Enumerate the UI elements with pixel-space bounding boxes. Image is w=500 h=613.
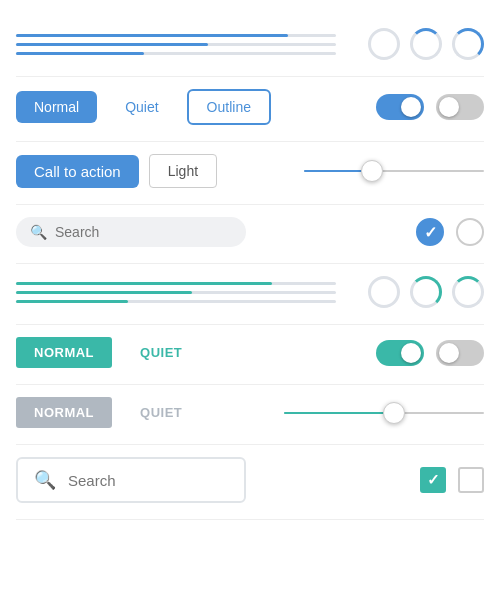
ring-teal-quarter — [410, 276, 442, 308]
teal-fill-2 — [16, 291, 192, 294]
outline-button[interactable]: Outline — [187, 89, 271, 125]
toggle-on-teal[interactable] — [376, 340, 424, 366]
teal-ring-group — [368, 276, 484, 308]
section-cta-slider: Call to action Light — [16, 142, 484, 205]
search-icon: 🔍 — [30, 224, 47, 240]
section-search-teal: 🔍 — [16, 445, 484, 520]
section-teal-tracks — [16, 264, 484, 325]
normal-button[interactable]: Normal — [16, 91, 97, 123]
teal-track-2 — [16, 291, 336, 294]
blue-track-1 — [16, 34, 336, 37]
teal-button-group: NORMAL QUIET — [16, 337, 200, 368]
checkbox-checked-teal[interactable] — [420, 467, 446, 493]
blue-fill-1 — [16, 34, 288, 37]
teal-fill-3 — [16, 300, 128, 303]
toggle-on-blue[interactable] — [376, 94, 424, 120]
search-input-teal[interactable] — [68, 472, 228, 489]
toggle-group-teal — [376, 340, 484, 366]
toggle-group-1 — [376, 94, 484, 120]
teal-slider[interactable] — [284, 412, 484, 414]
teal-slider-track — [284, 412, 484, 414]
checkbox-group-teal — [420, 467, 484, 493]
gray-normal-button[interactable]: NORMAL — [16, 397, 112, 428]
section-blue-tracks — [16, 16, 484, 77]
ring-empty-1 — [368, 28, 400, 60]
section-button-variants: Normal Quiet Outline — [16, 77, 484, 142]
section-gray-buttons-slider: NORMAL QUIET — [16, 385, 484, 445]
button-group-1: Normal Quiet Outline — [16, 89, 271, 125]
blue-track-group — [16, 34, 336, 55]
teal-slider-thumb[interactable] — [383, 402, 405, 424]
checkbox-group-blue — [416, 218, 484, 246]
teal-track-1 — [16, 282, 336, 285]
teal-fill-1 — [16, 282, 272, 285]
ring-blue-half — [452, 28, 484, 60]
blue-track-2 — [16, 43, 336, 46]
section-search-blue: 🔍 — [16, 205, 484, 264]
blue-slider[interactable] — [304, 170, 484, 172]
checkbox-checked-blue[interactable] — [416, 218, 444, 246]
blue-track-3 — [16, 52, 336, 55]
toggle-off-blue[interactable] — [436, 94, 484, 120]
blue-ring-group — [368, 28, 484, 60]
ring-empty-2 — [368, 276, 400, 308]
checkbox-unchecked-teal[interactable] — [458, 467, 484, 493]
search-icon-teal: 🔍 — [34, 469, 56, 491]
ring-teal-half — [452, 276, 484, 308]
toggle-off-teal[interactable] — [436, 340, 484, 366]
ring-blue-partial — [410, 28, 442, 60]
blue-slider-thumb[interactable] — [361, 160, 383, 182]
blue-fill-2 — [16, 43, 208, 46]
teal-quiet-button[interactable]: QUIET — [122, 337, 200, 368]
quiet-button[interactable]: Quiet — [107, 91, 176, 123]
gray-button-group: NORMAL QUIET — [16, 397, 200, 428]
checkbox-unchecked-blue[interactable] — [456, 218, 484, 246]
search-box-teal[interactable]: 🔍 — [16, 457, 246, 503]
search-input-blue[interactable] — [55, 224, 232, 240]
teal-slider-fill — [284, 412, 394, 414]
light-button[interactable]: Light — [149, 154, 217, 188]
blue-fill-3 — [16, 52, 144, 55]
cta-button[interactable]: Call to action — [16, 155, 139, 188]
cta-light-group: Call to action Light — [16, 154, 217, 188]
teal-normal-button[interactable]: NORMAL — [16, 337, 112, 368]
blue-slider-track — [304, 170, 484, 172]
teal-track-3 — [16, 300, 336, 303]
gray-quiet-button[interactable]: QUIET — [122, 397, 200, 428]
search-box-blue[interactable]: 🔍 — [16, 217, 246, 247]
section-teal-buttons: NORMAL QUIET — [16, 325, 484, 385]
teal-track-group — [16, 282, 336, 303]
